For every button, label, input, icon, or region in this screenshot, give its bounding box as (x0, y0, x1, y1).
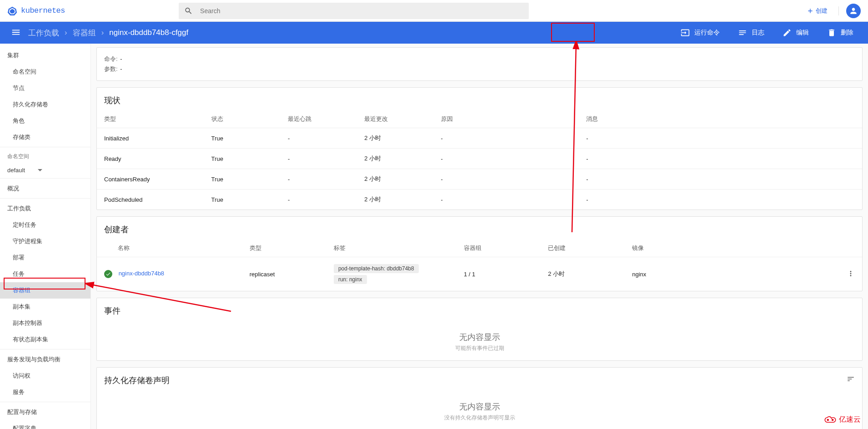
creator-name-link[interactable]: nginx-dbddb74b8 (119, 270, 164, 277)
status-title: 现状 (97, 88, 862, 110)
nav-ingresses[interactable]: 访问权 (0, 368, 90, 384)
nav-workloads[interactable]: 工作负载 (0, 200, 90, 217)
nav-services[interactable]: 服务 (0, 384, 90, 402)
nav-rc[interactable]: 副本控制器 (0, 315, 90, 331)
logo-section[interactable]: kubernetes (7, 5, 65, 16)
nav-config[interactable]: 配置与存储 (0, 404, 90, 420)
events-card: 事件 无内容显示 可能所有事件已过期 (96, 298, 863, 361)
nav-pv[interactable]: 持久化存储卷 (0, 96, 90, 113)
divider (838, 6, 839, 15)
exec-button[interactable]: 运行命令 (673, 25, 727, 41)
args-row: 参数: - (104, 64, 855, 74)
main-content: 命令: - 参数: - 现状 类型 状态 最近心跳 最近更改 原因 消息 (91, 44, 868, 429)
watermark: 亿速云 (824, 415, 861, 424)
breadcrumb-current: nginx-dbddb74b8-cfggf (109, 28, 188, 37)
annotation-highlight-exec (551, 23, 595, 42)
edit-button[interactable]: 编辑 (775, 25, 816, 41)
logo-text: kubernetes (21, 6, 65, 15)
svg-point-5 (827, 419, 829, 421)
pvc-empty: 无内容显示 没有持久化存储卷声明可显示 (97, 390, 862, 429)
creator-row: nginx-dbddb74b8 replicaset pod-template-… (97, 257, 862, 291)
creator-title: 创建者 (97, 217, 862, 239)
watermark-icon (824, 415, 836, 424)
search-icon (184, 6, 193, 15)
search-box[interactable] (179, 3, 529, 19)
status-table: 类型 状态 最近心跳 最近更改 原因 消息 InitializedTrue-2 … (97, 110, 862, 210)
logs-icon (738, 28, 747, 37)
filter-icon[interactable] (847, 375, 855, 383)
table-row: InitializedTrue-2 小时-- (97, 128, 862, 149)
breadcrumb-workloads[interactable]: 工作负载 (28, 28, 59, 38)
nav-statefulsets[interactable]: 有状态副本集 (0, 331, 90, 349)
kubernetes-logo-icon (7, 5, 17, 16)
events-empty: 无内容显示 可能所有事件已过期 (97, 321, 862, 360)
more-icon[interactable] (847, 269, 855, 278)
top-header: kubernetes 创建 (0, 0, 868, 22)
edit-icon (783, 28, 792, 37)
top-right: 创建 (803, 4, 861, 18)
menu-icon (11, 27, 21, 37)
creator-labels: pod-template-hash: dbddb74b8 run: nginx (326, 257, 457, 291)
table-row: PodScheduledTrue-2 小时-- (97, 190, 862, 210)
create-button[interactable]: 创建 (803, 5, 831, 17)
nav-discovery[interactable]: 服务发现与负载均衡 (0, 351, 90, 368)
nav-storage-classes[interactable]: 存储类 (0, 129, 90, 147)
pvc-card: 持久化存储卷声明 无内容显示 没有持久化存储卷声明可显示 (96, 367, 863, 429)
nav-overview[interactable]: 概况 (0, 180, 90, 199)
nav-nodes[interactable]: 节点 (0, 80, 90, 96)
nav-cluster[interactable]: 集群 (0, 47, 90, 64)
delete-button[interactable]: 删除 (820, 25, 861, 41)
action-buttons: 运行命令 日志 编辑 删除 (673, 25, 861, 41)
breadcrumb-pods[interactable]: 容器组 (73, 28, 96, 38)
breadcrumb: 工作负载 › 容器组 › nginx-dbddb74b8-cfggf (28, 28, 188, 38)
exec-icon (681, 28, 690, 37)
svg-point-6 (832, 419, 834, 421)
info-card: 命令: - 参数: - (96, 47, 863, 81)
namespace-select[interactable]: default (0, 162, 90, 179)
nav-deployments[interactable]: 部署 (0, 249, 90, 266)
events-title: 事件 (97, 298, 862, 321)
cmd-row: 命令: - (104, 54, 855, 64)
menu-button[interactable] (7, 27, 25, 39)
status-card: 现状 类型 状态 最近心跳 最近更改 原因 消息 InitializedTrue… (96, 87, 863, 210)
label-chip: run: nginx (334, 275, 367, 284)
user-avatar[interactable] (846, 4, 861, 18)
user-icon (849, 6, 858, 15)
nav-daemonsets[interactable]: 守护进程集 (0, 233, 90, 249)
nav-roles[interactable]: 角色 (0, 113, 90, 129)
delete-icon (827, 28, 836, 37)
creator-card: 创建者 名称 类型 标签 容器组 已创建 镜像 nginx-dbddb74b8 (96, 216, 863, 291)
nav-namespaces[interactable]: 命名空间 (0, 64, 90, 80)
ns-label: 命名空间 (0, 149, 90, 162)
chevron-right-icon: › (65, 28, 67, 37)
sidebar: 集群 命名空间 节点 持久化存储卷 角色 存储类 命名空间 default 概况… (0, 44, 91, 429)
pvc-title: 持久化存储卷声明 (97, 368, 847, 390)
plus-icon (807, 7, 814, 15)
dropdown-icon (38, 168, 42, 173)
action-bar: 工作负载 › 容器组 › nginx-dbddb74b8-cfggf 运行命令 … (0, 22, 868, 44)
chevron-right-icon: › (101, 28, 104, 37)
table-row: ContainersReadyTrue-2 小时-- (97, 169, 862, 190)
logs-button[interactable]: 日志 (731, 25, 772, 41)
status-ok-icon (104, 270, 112, 278)
nav-cronjobs[interactable]: 定时任务 (0, 217, 90, 233)
nav-pods[interactable]: 容器组 (0, 282, 90, 299)
nav-configmaps[interactable]: 配置字典 (0, 420, 90, 429)
search-input[interactable] (200, 7, 523, 15)
label-chip: pod-template-hash: dbddb74b8 (334, 264, 419, 273)
nav-jobs[interactable]: 任务 (0, 266, 90, 282)
nav-replicasets[interactable]: 副本集 (0, 299, 90, 315)
creator-table: 名称 类型 标签 容器组 已创建 镜像 nginx-dbddb74b8 repl… (97, 239, 862, 291)
table-row: ReadyTrue-2 小时-- (97, 149, 862, 169)
